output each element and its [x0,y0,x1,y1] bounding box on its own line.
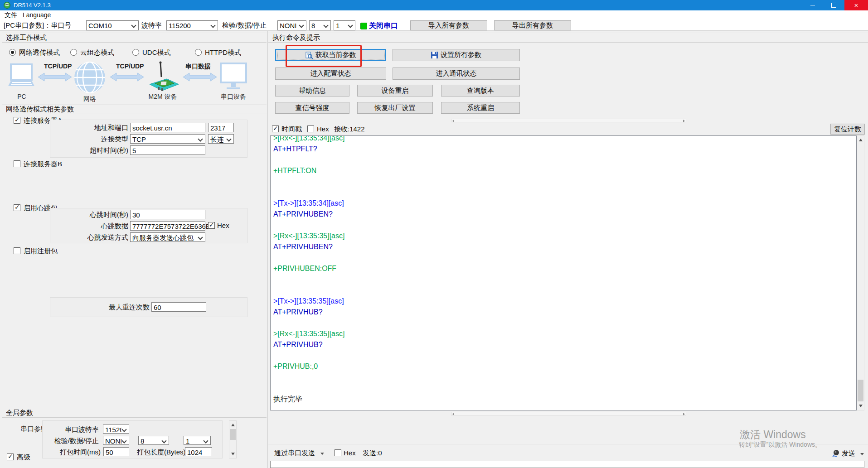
server-a-address-input[interactable]: socket.usr.cn [130,123,205,132]
command-panel-header: 执行命令及提示 [268,33,868,43]
scroll-down-icon [231,453,235,455]
send-method-dropdown[interactable]: 通过串口发送 [274,449,315,458]
chevron-down-icon [323,23,328,28]
window-title: DR514 V2.1.3 [14,2,51,9]
conn-mode-select[interactable]: 长连 [208,134,234,144]
chevron-down-icon [203,438,208,443]
send-hex-checkbox[interactable] [335,449,341,456]
menu-file[interactable]: 文件 [5,11,17,19]
close-port-button[interactable]: 关闭串口 [369,21,398,31]
send-button[interactable]: 发送 [842,449,855,458]
activate-windows-subtext: 转到“设置”以激活 Windows。 [739,441,821,449]
pack-len-input[interactable]: 1024 [185,447,212,456]
gp-stopbits-select[interactable]: 1 [184,436,211,445]
log-line [273,350,856,361]
parity-select[interactable]: NONI [277,20,306,30]
send-hex-label: Hex [344,449,356,457]
server-a-checkbox[interactable] [14,117,20,124]
scrollbar-thumb[interactable] [858,380,863,401]
net-params-header: 网络透传模式相关参数 [2,104,267,114]
query-version-button[interactable]: 查询版本 [441,85,520,96]
log-line: +HTPFLT:ON [273,165,856,176]
export-params-button[interactable]: 导出所有参数 [494,20,571,30]
system-reboot-button[interactable]: 系统重启 [441,102,520,114]
log-output[interactable]: >[Rx<-][13:35:34][asc]AT+HTPFLT? +HTPFLT… [270,135,857,410]
gp-databits-select[interactable]: 8 [138,436,169,445]
heartbeat-hex-checkbox[interactable] [208,222,215,229]
maximize-icon [831,3,836,8]
query-signal-button[interactable]: 查信号强度 [275,102,349,114]
com-port-select[interactable]: COM10 [86,20,139,30]
horizontal-scroll-strip[interactable] [451,119,686,122]
pc-label: PC [6,93,37,100]
close-button[interactable]: × [844,0,868,10]
import-params-button[interactable]: 导入所有参数 [410,20,487,30]
app-window: DR514 V2.1.3 × 文件 Language [PC串口参数]：串口号 … [0,0,868,468]
heartbeat-checkbox[interactable] [14,204,20,211]
heartbeat-hex-label: Hex [217,222,229,229]
baud-select[interactable]: 115200 [166,20,218,30]
log-line [273,154,856,165]
heartbeat-mode-select[interactable]: 向服务器发送心跳包 [130,232,205,242]
scroll-left-icon [452,120,454,122]
send-text-input[interactable] [270,461,864,468]
timeout-input[interactable]: 5 [130,145,205,155]
radio-cloud[interactable] [70,49,77,56]
panel-divider [267,31,268,468]
heartbeat-time-input[interactable]: 30 [130,210,205,219]
pc-serial-label: [PC串口参数]：串口号 [4,21,71,30]
chevron-down-icon [198,235,203,240]
chevron-down-icon [299,23,304,28]
network-label: 网络 [74,95,106,103]
log-hex-checkbox[interactable] [307,125,314,132]
toolbar-divider [0,30,868,31]
reset-counter-button[interactable]: 复位计数 [830,124,865,135]
databits-select[interactable]: 8 [309,20,331,30]
reconnect-input[interactable]: 60 [151,302,206,312]
enter-config-button[interactable]: 进入配置状态 [275,68,386,80]
maximize-button[interactable] [823,0,844,10]
radio-udc[interactable] [132,49,139,56]
horizontal-scroll-strip[interactable] [451,412,686,415]
menu-language[interactable]: Language [23,11,51,19]
enter-comm-button[interactable]: 进入通讯状态 [393,68,520,80]
conn-type-select[interactable]: TCP [130,134,205,144]
factory-reset-button[interactable]: 恢复出厂设置 [357,102,433,114]
gp-parity-label: 检验/数据/停止 [49,437,99,445]
set-params-icon [431,52,438,58]
pack-len-label: 打包长度(Bytes) [137,448,184,457]
global-params-scrollbar[interactable] [229,420,237,458]
chevron-down-icon [131,23,136,28]
pack-time-label: 打包时间(ms) [59,448,101,457]
radio-httpd-label: HTTPD模式 [205,48,241,57]
gp-parity-select[interactable]: NONE [103,436,129,445]
advanced-label: 高级 [17,453,30,462]
register-checkbox[interactable] [14,247,20,254]
heartbeat-data-input[interactable]: 7777772E7573722E636E [130,221,205,231]
heartbeat-time-label: 心跳时间(秒) [82,211,128,219]
link2-label: TCP/UDP [116,63,144,70]
set-params-button[interactable]: 设置所有参数 [393,49,520,61]
stopbits-select[interactable]: 1 [334,20,355,30]
log-scrollbar[interactable] [857,135,864,410]
gp-baud-select[interactable]: 115200 [103,425,129,434]
advanced-checkbox[interactable] [7,454,14,460]
device-reboot-button[interactable]: 设备重启 [357,85,433,96]
conn-type-label: 连接类型 [82,135,128,144]
scroll-down-icon [859,405,863,407]
register-label: 启用注册包 [24,247,58,256]
radio-net-transparent[interactable] [9,49,16,56]
timestamp-checkbox[interactable] [272,125,279,132]
help-button[interactable]: 帮助信息 [275,85,349,96]
server-b-checkbox[interactable] [14,160,20,167]
radio-httpd[interactable] [195,49,202,56]
scrollbar-thumb[interactable] [230,429,236,440]
log-line: >[Rx<-][13:35:35][asc] [273,231,856,241]
server-a-port-input[interactable]: 2317 [208,123,234,132]
double-arrow-icon [183,72,217,82]
pack-time-input[interactable]: 50 [103,447,129,456]
log-line: 执行完毕 [273,394,856,405]
timestamp-label: 时间戳 [281,125,302,134]
minimize-button[interactable] [802,0,823,10]
heartbeat-data-label: 心跳数据 [82,222,128,231]
